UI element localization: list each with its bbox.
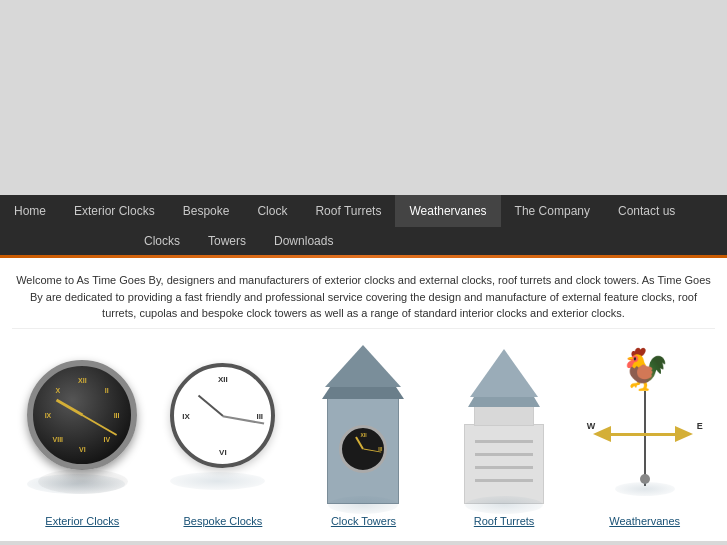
roof-turrets-label[interactable]: Roof Turrets [474, 515, 535, 527]
product-clock-towers[interactable]: XII III Clock Towers [298, 347, 428, 527]
main-content-area: Welcome to As Time Goes By, designers an… [0, 258, 727, 541]
products-row: XII III VI IX II X IV VIII [12, 339, 715, 533]
louvre-2 [475, 453, 533, 456]
nav-weathervanes[interactable]: Weathervanes [395, 195, 500, 227]
weathervane-arrow [593, 429, 693, 439]
bespoke-shadow [170, 472, 265, 490]
nav-home[interactable]: Home [0, 195, 60, 227]
bespoke-clock-image: XII III VI IX [163, 347, 283, 507]
bespoke-clock-face: XII III VI IX [170, 363, 275, 468]
nav-row-2: Clocks Towers Downloads [0, 227, 727, 255]
arrow-tail [593, 426, 611, 442]
product-weathervanes[interactable]: 🐓 W E [580, 347, 710, 527]
roof-turret-image [444, 347, 564, 507]
weathervane-image: 🐓 W E [585, 347, 705, 507]
product-bespoke-clocks[interactable]: XII III VI IX Bespoke Clocks [158, 347, 288, 527]
cupola-neck [474, 404, 534, 426]
main-navigation: Home Exterior Clocks Bespoke Clock Roof … [0, 195, 727, 255]
tower-clock: XII III [339, 425, 387, 473]
nav-bespoke[interactable]: Bespoke [169, 195, 244, 227]
nav-sub-downloads[interactable]: Downloads [260, 227, 347, 255]
nav-clock[interactable]: Clock [243, 195, 301, 227]
nav-exterior-clocks[interactable]: Exterior Clocks [60, 195, 169, 227]
west-label: W [587, 421, 596, 431]
east-label: E [697, 421, 703, 431]
product-exterior-clocks[interactable]: XII III VI IX II X IV VIII [17, 347, 147, 527]
top-gray-area [0, 0, 727, 195]
cupola-roof [470, 349, 538, 397]
clock-tower-image: XII III [303, 347, 423, 507]
product-roof-turrets[interactable]: Roof Turrets [439, 347, 569, 527]
nav-the-company[interactable]: The Company [501, 195, 604, 227]
nav-row-1: Home Exterior Clocks Bespoke Clock Roof … [0, 195, 727, 227]
weathervanes-label[interactable]: Weathervanes [609, 515, 680, 527]
tower-shadow [328, 496, 398, 514]
exterior-clock-image: XII III VI IX II X IV VIII [22, 347, 142, 507]
louvre-4 [475, 479, 533, 482]
weathervane-shadow [615, 482, 675, 496]
cupola-shadow [465, 496, 543, 514]
rooster-icon: 🐓 [620, 349, 670, 389]
welcome-text: Welcome to As Time Goes By, designers an… [12, 266, 715, 329]
arrow-head [675, 426, 693, 442]
nav-sub-clocks[interactable]: Clocks [130, 227, 194, 255]
louvre-3 [475, 466, 533, 469]
tower-roof-main [325, 345, 401, 387]
cupola-base [464, 424, 544, 504]
louvre-1 [475, 440, 533, 443]
nav-roof-turrets[interactable]: Roof Turrets [301, 195, 395, 227]
bespoke-clocks-label[interactable]: Bespoke Clocks [183, 515, 262, 527]
nav-sub-towers[interactable]: Towers [194, 227, 260, 255]
exterior-clock-face: XII III VI IX II X IV VIII [27, 360, 137, 470]
arrow-shaft [611, 433, 675, 436]
tower-roof-eave [322, 387, 404, 399]
nav-contact-us[interactable]: Contact us [604, 195, 689, 227]
exterior-clocks-label[interactable]: Exterior Clocks [45, 515, 119, 527]
tower-body: XII III [327, 394, 399, 504]
clock-towers-label[interactable]: Clock Towers [331, 515, 396, 527]
cupola-eave [468, 397, 540, 407]
